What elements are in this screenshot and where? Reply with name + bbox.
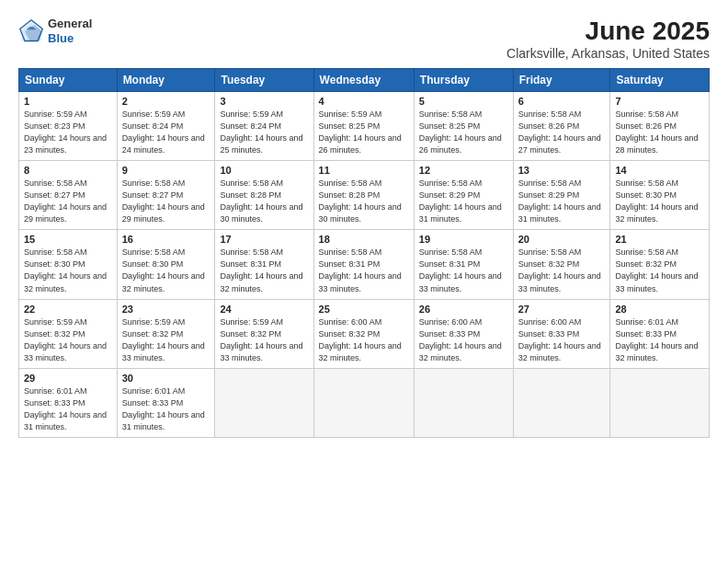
calendar-cell: 26Sunrise: 6:00 AMSunset: 8:33 PMDayligh… <box>414 299 513 368</box>
calendar-cell: 30Sunrise: 6:01 AMSunset: 8:33 PMDayligh… <box>117 368 215 437</box>
calendar-cell <box>313 368 414 437</box>
calendar-cell: 12Sunrise: 5:58 AMSunset: 8:29 PMDayligh… <box>414 161 513 230</box>
day-number: 2 <box>122 96 210 107</box>
calendar-cell: 6Sunrise: 5:58 AMSunset: 8:26 PMDaylight… <box>513 92 610 161</box>
calendar-title: June 2025 <box>506 17 710 46</box>
calendar-cell: 9Sunrise: 5:58 AMSunset: 8:27 PMDaylight… <box>117 161 215 230</box>
day-info: Sunrise: 5:58 AMSunset: 8:27 PMDaylight:… <box>122 178 210 225</box>
day-info: Sunrise: 6:00 AMSunset: 8:33 PMDaylight:… <box>419 316 508 364</box>
logo-icon <box>18 18 44 44</box>
day-number: 10 <box>220 165 308 176</box>
day-number: 11 <box>319 165 409 176</box>
calendar-cell <box>610 368 710 437</box>
day-info: Sunrise: 5:59 AMSunset: 8:24 PMDaylight:… <box>122 109 210 156</box>
header-day-monday: Monday <box>117 69 215 92</box>
day-number: 26 <box>419 304 508 315</box>
day-number: 30 <box>122 373 210 384</box>
calendar-cell: 11Sunrise: 5:58 AMSunset: 8:28 PMDayligh… <box>313 161 414 230</box>
day-info: Sunrise: 5:58 AMSunset: 8:26 PMDaylight:… <box>518 109 606 156</box>
day-info: Sunrise: 5:58 AMSunset: 8:30 PMDaylight:… <box>122 247 210 294</box>
week-row-5: 29Sunrise: 6:01 AMSunset: 8:33 PMDayligh… <box>19 368 710 437</box>
title-block: June 2025 Clarksville, Arkansas, United … <box>506 17 710 61</box>
day-number: 4 <box>319 96 409 107</box>
header-day-saturday: Saturday <box>610 69 710 92</box>
calendar-cell: 19Sunrise: 5:58 AMSunset: 8:31 PMDayligh… <box>414 230 513 299</box>
day-number: 21 <box>615 234 704 245</box>
day-info: Sunrise: 6:01 AMSunset: 8:33 PMDaylight:… <box>122 385 210 433</box>
calendar-cell: 8Sunrise: 5:58 AMSunset: 8:27 PMDaylight… <box>19 161 118 230</box>
day-info: Sunrise: 5:58 AMSunset: 8:32 PMDaylight:… <box>518 247 606 294</box>
calendar-table: SundayMondayTuesdayWednesdayThursdayFrid… <box>18 68 710 438</box>
day-info: Sunrise: 5:58 AMSunset: 8:30 PMDaylight:… <box>24 247 112 294</box>
day-number: 19 <box>419 234 508 245</box>
day-number: 27 <box>518 304 606 315</box>
calendar-cell: 15Sunrise: 5:58 AMSunset: 8:30 PMDayligh… <box>19 230 118 299</box>
day-info: Sunrise: 6:00 AMSunset: 8:33 PMDaylight:… <box>518 316 606 364</box>
day-number: 3 <box>220 96 308 107</box>
week-row-3: 15Sunrise: 5:58 AMSunset: 8:30 PMDayligh… <box>19 230 710 299</box>
header: General Blue June 2025 Clarksville, Arka… <box>18 17 710 61</box>
calendar-cell: 17Sunrise: 5:58 AMSunset: 8:31 PMDayligh… <box>215 230 313 299</box>
logo-text: General Blue <box>48 17 92 45</box>
calendar-cell: 13Sunrise: 5:58 AMSunset: 8:29 PMDayligh… <box>513 161 610 230</box>
day-number: 20 <box>518 234 606 245</box>
day-info: Sunrise: 5:58 AMSunset: 8:31 PMDaylight:… <box>419 247 508 294</box>
header-day-tuesday: Tuesday <box>215 69 313 92</box>
calendar-cell: 28Sunrise: 6:01 AMSunset: 8:33 PMDayligh… <box>610 299 710 368</box>
header-day-wednesday: Wednesday <box>313 69 414 92</box>
calendar-body: 1Sunrise: 5:59 AMSunset: 8:23 PMDaylight… <box>19 92 710 438</box>
logo: General Blue <box>18 17 92 45</box>
day-info: Sunrise: 5:58 AMSunset: 8:25 PMDaylight:… <box>419 109 508 156</box>
day-info: Sunrise: 5:58 AMSunset: 8:28 PMDaylight:… <box>319 178 409 225</box>
day-info: Sunrise: 6:01 AMSunset: 8:33 PMDaylight:… <box>24 385 112 433</box>
calendar-cell: 14Sunrise: 5:58 AMSunset: 8:30 PMDayligh… <box>610 161 710 230</box>
day-number: 6 <box>518 96 606 107</box>
calendar-cell: 5Sunrise: 5:58 AMSunset: 8:25 PMDaylight… <box>414 92 513 161</box>
header-day-thursday: Thursday <box>414 69 513 92</box>
calendar-cell: 27Sunrise: 6:00 AMSunset: 8:33 PMDayligh… <box>513 299 610 368</box>
calendar-cell: 29Sunrise: 6:01 AMSunset: 8:33 PMDayligh… <box>19 368 118 437</box>
day-info: Sunrise: 5:58 AMSunset: 8:26 PMDaylight:… <box>615 109 704 156</box>
calendar-cell: 23Sunrise: 5:59 AMSunset: 8:32 PMDayligh… <box>117 299 215 368</box>
day-number: 25 <box>319 304 409 315</box>
calendar-cell: 20Sunrise: 5:58 AMSunset: 8:32 PMDayligh… <box>513 230 610 299</box>
header-day-friday: Friday <box>513 69 610 92</box>
day-number: 14 <box>615 165 704 176</box>
day-number: 18 <box>319 234 409 245</box>
day-number: 24 <box>220 304 308 315</box>
day-info: Sunrise: 5:58 AMSunset: 8:31 PMDaylight:… <box>319 247 409 294</box>
calendar-cell: 24Sunrise: 5:59 AMSunset: 8:32 PMDayligh… <box>215 299 313 368</box>
day-info: Sunrise: 5:59 AMSunset: 8:23 PMDaylight:… <box>24 109 112 156</box>
calendar-cell: 18Sunrise: 5:58 AMSunset: 8:31 PMDayligh… <box>313 230 414 299</box>
day-number: 7 <box>615 96 704 107</box>
day-info: Sunrise: 5:59 AMSunset: 8:32 PMDaylight:… <box>122 316 210 364</box>
calendar-subtitle: Clarksville, Arkansas, United States <box>506 46 710 61</box>
calendar-cell: 2Sunrise: 5:59 AMSunset: 8:24 PMDaylight… <box>117 92 215 161</box>
calendar-cell: 1Sunrise: 5:59 AMSunset: 8:23 PMDaylight… <box>19 92 118 161</box>
day-number: 9 <box>122 165 210 176</box>
day-info: Sunrise: 5:58 AMSunset: 8:29 PMDaylight:… <box>419 178 508 225</box>
day-number: 17 <box>220 234 308 245</box>
week-row-1: 1Sunrise: 5:59 AMSunset: 8:23 PMDaylight… <box>19 92 710 161</box>
day-info: Sunrise: 5:58 AMSunset: 8:31 PMDaylight:… <box>220 247 308 294</box>
day-number: 8 <box>24 165 112 176</box>
day-number: 22 <box>24 304 112 315</box>
day-number: 16 <box>122 234 210 245</box>
day-number: 12 <box>419 165 508 176</box>
day-info: Sunrise: 5:59 AMSunset: 8:32 PMDaylight:… <box>24 316 112 364</box>
day-info: Sunrise: 5:58 AMSunset: 8:27 PMDaylight:… <box>24 178 112 225</box>
day-info: Sunrise: 5:59 AMSunset: 8:32 PMDaylight:… <box>220 316 308 364</box>
day-number: 29 <box>24 373 112 384</box>
calendar-cell: 7Sunrise: 5:58 AMSunset: 8:26 PMDaylight… <box>610 92 710 161</box>
calendar-cell: 21Sunrise: 5:58 AMSunset: 8:32 PMDayligh… <box>610 230 710 299</box>
day-info: Sunrise: 5:58 AMSunset: 8:30 PMDaylight:… <box>615 178 704 225</box>
header-day-sunday: Sunday <box>19 69 118 92</box>
day-number: 5 <box>419 96 508 107</box>
logo-general: General <box>48 17 92 30</box>
day-info: Sunrise: 5:59 AMSunset: 8:25 PMDaylight:… <box>319 109 409 156</box>
calendar-cell: 16Sunrise: 5:58 AMSunset: 8:30 PMDayligh… <box>117 230 215 299</box>
day-info: Sunrise: 6:01 AMSunset: 8:33 PMDaylight:… <box>615 316 704 364</box>
day-number: 13 <box>518 165 606 176</box>
day-info: Sunrise: 5:58 AMSunset: 8:28 PMDaylight:… <box>220 178 308 225</box>
day-info: Sunrise: 5:59 AMSunset: 8:24 PMDaylight:… <box>220 109 308 156</box>
